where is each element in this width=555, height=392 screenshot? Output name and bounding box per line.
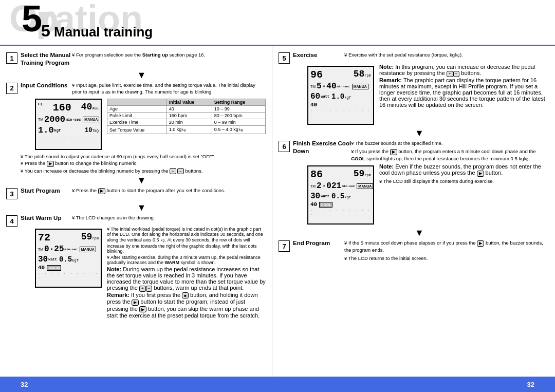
table-row: Exercise Time 20 min 0 – 99 min (107, 119, 266, 126)
lcd2-mid-val: 2000 (44, 115, 65, 124)
btn-inline-7[interactable]: ■ (182, 292, 189, 298)
step-6-desc-top: ¥ The buzzer sounds at the specified tim… (351, 140, 549, 163)
lcd2-top: FL 160 40AGE (38, 102, 99, 114)
lcd6-bottom: 30 watt 0.5kgf (310, 192, 371, 201)
btn-inline-1[interactable]: ▶ (47, 161, 54, 167)
step-4-lcd-wrapper: 72 59rpm TM 0·25 min·sec MANUA 30 watt (21, 227, 102, 319)
step-4-text3: ¥ After starting exercise, during the 3 … (107, 255, 266, 265)
lcd2-tnq: 10TNQ (85, 127, 99, 134)
lcd4-extra: 40 WARM (38, 265, 99, 271)
arrow-2: ▼ (6, 175, 266, 186)
lcd6-watt: watt (321, 194, 329, 198)
step-2-desc-top: ¥ Input age, pulse limit, exercise time,… (72, 82, 266, 97)
step-5-text1: ¥ Exercise with the set pedal resistance… (344, 51, 549, 58)
step-2-extra-desc: ¥ The pitch sound to adjust your cadence… (6, 152, 266, 174)
btn-inline-3[interactable]: − (177, 168, 184, 174)
lcd6-top: 86 59rpm (310, 169, 371, 180)
table-row: Age 40 10 – 99 (107, 106, 266, 113)
step-6-lcd-wrapper: 86 59rpm TM 2·021 min·sec MANUA 30 watt (293, 163, 374, 227)
lcd5-bottom: 60 watt 1.0kgf (310, 92, 371, 101)
btn-inline-14[interactable]: ▶ (477, 240, 484, 247)
step-5-header: 5 Exercise ¥ Exercise with the set pedal… (279, 51, 549, 64)
btn-inline-5[interactable]: + (139, 286, 146, 292)
step-2-lcd-wrapper: FL 160 40AGE TM 2000 min·sec MANUA 1.0 (21, 97, 102, 152)
arrow-5: ▼ (279, 228, 549, 238)
lcd4-top-left: 72 (38, 232, 50, 244)
step-2-table-area: Initial Value Setting Range Age 40 10 – … (107, 97, 266, 152)
step-6-number: 6 (279, 141, 290, 152)
lcd2-mid: TM 2000 min·sec MANUA (38, 115, 99, 124)
table-cell-age-2: 10 – 99 (212, 106, 265, 113)
btn-inline-9[interactable]: ▶ (139, 306, 146, 312)
arrow-4: ▼ (279, 128, 549, 139)
lcd4-mid: TM 0·25 min·sec MANUA (38, 245, 99, 254)
table-cell-ex-0: Exercise Time (107, 119, 167, 126)
lcd5-top-right: 58rpm (354, 69, 371, 79)
lcd2-bottom: 1.0 kgf 10TNQ (38, 125, 99, 135)
btn-inline-10[interactable]: + (447, 71, 453, 77)
step-1-block: 1 Select the ManualTraining Program ¥ Fo… (6, 51, 266, 67)
step-5-note: Note: In this program, you can increase … (379, 64, 549, 77)
header-title-text: Manual training (54, 24, 153, 40)
step-5-lcd: 96 58rpm TM 5·40 min·sec MANUA 60 watt (307, 66, 374, 125)
step-7-text2: ¥ The LCD returns to the initial screen. (344, 255, 549, 262)
conditions-table: Initial Value Setting Range Age 40 10 – … (107, 99, 266, 134)
lcd2-bottom-val: 1.0 (38, 125, 54, 135)
btn-inline-4[interactable]: ▶ (98, 188, 105, 194)
btn-inline-11[interactable]: − (453, 71, 460, 77)
lcd6-torque: 0.5kgf (331, 192, 351, 200)
step-4-block: 4 Start Warm Up ¥ The LCD changes as in … (6, 214, 266, 319)
step-3-number: 3 (6, 188, 17, 199)
lcd4-dots: · · · · · · · · · · · (38, 272, 99, 280)
step-5-block: 5 Exercise ¥ Exercise with the set pedal… (279, 51, 549, 127)
table-cell-pulse-2: 80 – 200 bpm (212, 113, 265, 119)
step-7-label: End Program (293, 239, 344, 263)
lcd5-watt: watt (321, 95, 329, 99)
btn-inline-8[interactable]: ▶ (132, 300, 139, 306)
arrow-3: ▼ (6, 202, 266, 213)
lcd5-torque: 1.0kgf (331, 92, 351, 101)
step-2-number: 2 (6, 83, 17, 94)
table-cell-age-1: 40 (166, 106, 212, 113)
step-5-remark: Remark: The graphic part can display the… (379, 77, 549, 108)
step-6-text2: ¥ If you press the ▶ button, the program… (351, 148, 549, 162)
lcd6-top-right: 59rpm (354, 169, 371, 179)
lcd6-mid-val: 2·021 (317, 181, 341, 191)
table-cell-ex-2: 0 – 99 min (212, 119, 265, 126)
step-6-header: 6 Finish Exercise CoolDown ¥ The buzzer … (279, 140, 549, 163)
step-4-lcd: 72 59rpm TM 0·25 min·sec MANUA 30 watt (35, 229, 102, 288)
lcd4-manua: MANUA (80, 247, 96, 252)
step-2-text3: ¥ Press the ▶ button to change the blink… (21, 160, 266, 167)
step-5-lcd-wrapper: 96 58rpm TM 5·40 min·sec MANUA 60 watt (293, 64, 374, 127)
header-title-number: 5 (41, 22, 50, 40)
step-3-block: 3 Start Program ¥ Press the ▶ button to … (6, 187, 266, 199)
lcd5-dots: · · · · · · · · · · · (310, 109, 371, 117)
step-3-label: Start Program (21, 187, 72, 199)
lcd4-unit: min·sec (65, 248, 78, 251)
step-3-desc: ¥ Press the ▶ button to start the progra… (72, 187, 266, 199)
step-6-label: Finish Exercise CoolDown (293, 140, 351, 155)
step-4-remark: Remark: If you first press the ■ button,… (107, 292, 266, 319)
lcd6-cool: COOL (319, 202, 332, 208)
lcd5-bottom-val: 60 (310, 92, 320, 101)
table-header-1: Initial Value (166, 99, 212, 106)
table-cell-torque-1: 1.0 kg㎏ (166, 126, 212, 134)
btn-inline-12[interactable]: ▶ (390, 149, 397, 155)
lcd6-unit: min·sec (342, 184, 355, 188)
footer-page-right: 32 (527, 381, 534, 388)
lcd6-top-left: 86 (310, 169, 323, 180)
lcd4-top-right: 59rpm (81, 232, 99, 242)
main-content: 1 Select the ManualTraining Program ¥ Fo… (0, 46, 555, 377)
lcd6-fourth: 40 (310, 201, 317, 208)
btn-inline-2[interactable]: + (170, 168, 176, 174)
footer-page-left: 32 (21, 381, 28, 388)
lcd5-top: 96 58rpm (310, 69, 371, 81)
step-4-text2: ¥ The initial workload (pedal torque) is… (107, 227, 266, 254)
table-header-2: Setting Range (212, 99, 265, 106)
btn-inline-13[interactable]: ▶ (477, 171, 484, 177)
lcd4-top: 72 59rpm (38, 232, 99, 244)
step-7-number: 7 (279, 240, 290, 252)
lcd4-warm: WARM (47, 265, 61, 271)
btn-inline-6[interactable]: − (146, 286, 153, 292)
table-row: Set Torque Value 1.0 kg㎏ 0.5 – 4.0 kg㎏ (107, 126, 266, 134)
